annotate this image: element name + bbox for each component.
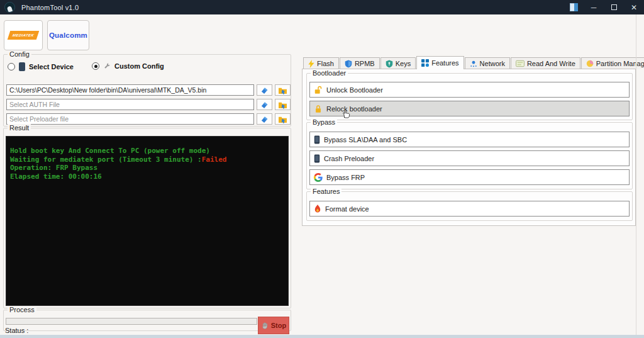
shield-keys-icon (386, 60, 393, 68)
phone-dark-icon (314, 154, 320, 163)
tab-network[interactable]: Network (465, 57, 510, 69)
relock-bootloader-label: Relock bootloader (326, 105, 382, 113)
shield-blue-icon (345, 60, 352, 68)
folder-browse-icon (278, 101, 287, 109)
result-legend: Result (8, 124, 31, 132)
format-device-label: Format device (325, 205, 369, 213)
process-legend: Process (8, 306, 36, 314)
auth-file-input[interactable] (6, 99, 254, 110)
stop-button[interactable]: Stop (258, 317, 289, 334)
eraser-icon (260, 101, 269, 108)
tab-keys[interactable]: Keys (380, 57, 416, 69)
pie-chart-icon (586, 60, 594, 67)
eraser-icon (260, 86, 269, 94)
status-label: Status : (5, 327, 28, 334)
clear-auth-file-button[interactable] (257, 99, 272, 110)
unlock-bootloader-button[interactable]: Unlock Bootloader (309, 82, 630, 98)
phone-dark-icon (314, 135, 320, 144)
log-line: Waiting for mediatek port (Timeout 3 min… (10, 155, 284, 164)
relock-bootloader-button[interactable]: Relock bootloader (309, 101, 630, 116)
custom-config-radio[interactable]: Custom Config (92, 62, 164, 70)
log-line: Operation: FRP Bypass (10, 164, 284, 172)
bypass-frp-label: Bypass FRP (326, 174, 365, 181)
grid-icon (421, 59, 429, 67)
lightning-icon (308, 60, 314, 68)
browse-preloader-file-button[interactable] (275, 113, 291, 125)
exit-app-button[interactable] (564, 0, 584, 14)
stop-button-label: Stop (271, 322, 286, 329)
window-bottom-edge (0, 335, 644, 338)
network-icon (470, 60, 477, 68)
radio-circle-icon (92, 62, 99, 70)
process-groupbox: Process (3, 310, 291, 331)
folder-browse-icon (278, 115, 287, 123)
app-logo-icon (4, 2, 15, 13)
mediatek-chipset-button[interactable]: MEDIATEK (4, 20, 43, 50)
select-device-label: Select Device (29, 63, 74, 70)
clear-preloader-file-button[interactable] (257, 113, 272, 125)
custom-config-label: Custom Config (114, 62, 164, 70)
eraser-icon (260, 115, 269, 123)
config-groupbox: Config Select Device Custom Config (3, 54, 291, 127)
crash-preloader-button[interactable]: Crash Preloader (309, 150, 630, 166)
preloader-file-input[interactable] (6, 113, 254, 125)
config-legend: Config (8, 50, 31, 59)
wrench-icon (103, 62, 111, 70)
exit-door-icon (570, 3, 578, 11)
tab-read-and-write[interactable]: Read And Write (511, 57, 580, 69)
tab-partition-manager[interactable]: Partition Manager (581, 57, 644, 69)
clear-da-file-button[interactable] (257, 84, 272, 96)
features-legend: Features (311, 188, 341, 196)
browse-auth-file-button[interactable] (275, 99, 291, 110)
unlock-bootloader-label: Unlock Bootloader (326, 86, 383, 94)
tab-rpmb[interactable]: RPMB (340, 57, 380, 69)
select-device-radio[interactable]: Select Device (8, 62, 74, 71)
bypass-frp-button[interactable]: Bypass FRP (309, 169, 630, 185)
features-tab-page: Bootloader Unlock Bootloader Relock boot… (302, 69, 636, 226)
tab-features[interactable]: Features (416, 56, 464, 69)
window-title: PhantomTool v1.0 (21, 4, 79, 11)
crash-preloader-label: Crash Preloader (324, 155, 374, 162)
result-groupbox: Result Hold boot key And Connect To PC (… (3, 128, 291, 308)
features-groupbox: Features Format device (306, 191, 633, 221)
memory-card-icon (516, 60, 525, 67)
maximize-button[interactable] (604, 0, 624, 14)
stop-hand-icon (261, 322, 269, 330)
log-line: Elapsed time: 00:00:16 (10, 172, 284, 181)
folder-browse-icon (278, 86, 287, 94)
bypass-legend: Bypass (311, 118, 337, 127)
radio-circle-icon (8, 63, 15, 70)
format-flame-icon (314, 205, 321, 213)
qualcomm-chipset-button[interactable]: Qualcomm (47, 20, 89, 50)
mediatek-logo: MEDIATEK (8, 31, 40, 40)
bootloader-groupbox: Bootloader Unlock Bootloader Relock boot… (306, 73, 633, 120)
log-line: Hold boot key And Connect To PC (power o… (10, 147, 284, 155)
log-console: Hold boot key And Connect To PC (power o… (6, 136, 289, 306)
window-right-edge (636, 14, 636, 338)
google-g-icon (314, 173, 323, 182)
bootloader-legend: Bootloader (311, 69, 348, 77)
tab-flash[interactable]: Flash (303, 57, 339, 69)
browse-da-file-button[interactable] (275, 84, 291, 96)
right-tab-strip: Flash RPMB Keys Features Network Read An… (303, 57, 644, 69)
mouse-cursor-hand (341, 108, 351, 119)
format-device-button[interactable]: Format device (309, 201, 630, 217)
qualcomm-logo: Qualcomm (49, 31, 87, 39)
maximize-icon (611, 4, 617, 10)
close-button[interactable]: ✕ (624, 0, 644, 14)
phone-icon (19, 62, 25, 71)
bypass-sla-label: Bypass SLA\DAA and SBC (324, 136, 407, 144)
da-file-input[interactable] (6, 84, 254, 96)
lock-icon (314, 104, 323, 113)
title-bar: PhantomTool v1.0 ─ ✕ (0, 0, 644, 14)
bypass-sla-daa-sbc-button[interactable]: Bypass SLA\DAA and SBC (309, 132, 630, 147)
bypass-groupbox: Bypass Bypass SLA\DAA and SBC Crash Prel… (306, 122, 633, 189)
progress-bar (6, 318, 257, 325)
unlock-icon (314, 86, 323, 94)
minimize-button[interactable]: ─ (584, 0, 604, 14)
